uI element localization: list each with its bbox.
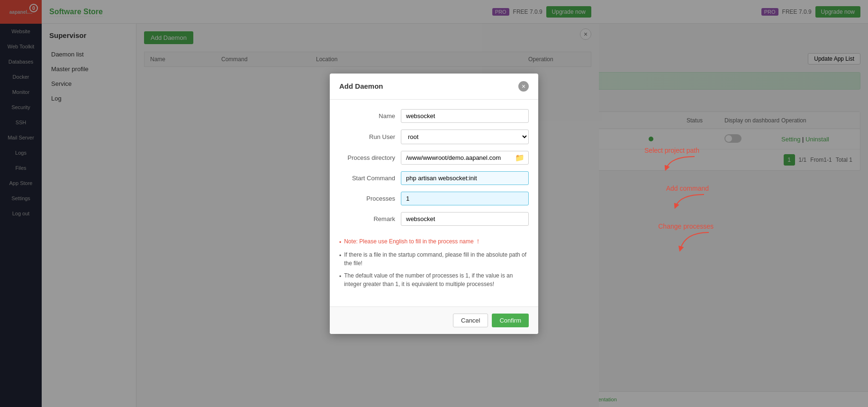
annotation-change-processes: Change processes: [658, 222, 714, 254]
processes-input[interactable]: [401, 192, 529, 205]
modal-footer: Cancel Confirm: [330, 306, 538, 334]
start-command-input[interactable]: [401, 171, 529, 185]
arrow-add-command: [671, 192, 709, 211]
note-text-3: The default value of the number of proce…: [344, 271, 529, 288]
modal-backdrop: Add Daemon × Name Run User root www nobo…: [0, 0, 868, 407]
run-user-select[interactable]: root www nobody: [401, 130, 529, 144]
add-daemon-modal: Add Daemon × Name Run User root www nobo…: [330, 74, 538, 334]
arrow-change-processes: [676, 230, 714, 254]
modal-notes: • Note: Please use English to fill in th…: [339, 232, 529, 297]
modal-header: Add Daemon ×: [330, 74, 538, 100]
folder-browse-button[interactable]: 📁: [511, 151, 528, 164]
cancel-button[interactable]: Cancel: [453, 314, 488, 327]
process-dir-input[interactable]: [401, 151, 511, 164]
arrow-select-path: [661, 154, 699, 173]
annotation-select-path: Select project path: [644, 147, 699, 173]
start-command-label: Start Command: [339, 175, 401, 182]
start-command-field-row: Start Command: [339, 171, 529, 185]
remark-field-row: Remark: [339, 212, 529, 226]
confirm-button[interactable]: Confirm: [492, 314, 529, 327]
annotation-add-command: Add command: [666, 185, 709, 211]
note-item-3: • The default value of the number of pro…: [339, 271, 529, 288]
processes-field-row: Processes: [339, 192, 529, 205]
note-text-2: If there is a file in the startup comman…: [344, 250, 529, 268]
modal-close-button[interactable]: ×: [518, 81, 529, 92]
note-item-2: • If there is a file in the startup comm…: [339, 250, 529, 268]
run-user-field-row: Run User root www nobody: [339, 130, 529, 144]
name-input[interactable]: [401, 109, 529, 123]
remark-input[interactable]: [401, 212, 529, 226]
process-dir-input-wrap: 📁: [401, 151, 529, 165]
note-item-1: • Note: Please use English to fill in th…: [339, 237, 529, 247]
name-field-row: Name: [339, 109, 529, 123]
process-dir-label: Process directory: [339, 154, 401, 161]
process-dir-field-row: Process directory 📁: [339, 151, 529, 165]
modal-title: Add Daemon: [339, 82, 383, 90]
run-user-label: Run User: [339, 133, 401, 140]
name-label: Name: [339, 112, 401, 120]
modal-body: Name Run User root www nobody Process di…: [330, 100, 538, 306]
processes-label: Processes: [339, 195, 401, 202]
note-text-1: Note: Please use English to fill in the …: [344, 237, 481, 246]
remark-label: Remark: [339, 215, 401, 222]
